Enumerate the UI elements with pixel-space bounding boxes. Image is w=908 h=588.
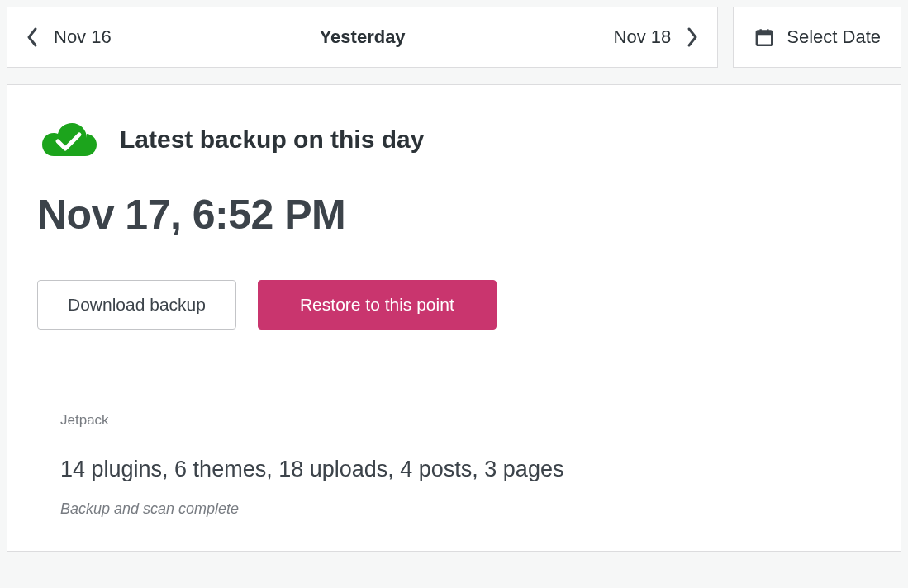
calendar-icon [753, 26, 775, 48]
next-day-label: Nov 18 [614, 26, 672, 48]
prev-day-nav[interactable]: Nov 16 [26, 26, 112, 48]
select-date-button[interactable]: Select Date [733, 7, 901, 68]
cloud-check-icon [37, 118, 98, 161]
backup-source-label: Jetpack [60, 412, 871, 429]
chevron-left-icon [26, 26, 39, 48]
backup-timestamp: Nov 17, 6:52 PM [37, 191, 871, 239]
select-date-label: Select Date [787, 26, 881, 48]
action-row: Download backup Restore to this point [37, 280, 871, 330]
current-day-label: Yesterday [320, 26, 406, 48]
backup-card: Latest backup on this day Nov 17, 6:52 P… [7, 84, 901, 552]
svg-rect-1 [757, 31, 772, 35]
backup-meta: Jetpack 14 plugins, 6 themes, 18 uploads… [37, 412, 871, 518]
date-nav-bar: Nov 16 Yesterday Nov 18 Select Date [7, 7, 901, 68]
prev-day-label: Nov 16 [54, 26, 112, 48]
card-header-title: Latest backup on this day [120, 126, 424, 154]
restore-button[interactable]: Restore to this point [258, 280, 497, 330]
download-backup-button[interactable]: Download backup [37, 280, 236, 330]
next-day-nav[interactable]: Nov 18 [614, 26, 700, 48]
card-header: Latest backup on this day [37, 118, 871, 161]
backup-status: Backup and scan complete [60, 500, 871, 518]
backup-summary: 14 plugins, 6 themes, 18 uploads, 4 post… [60, 457, 871, 482]
date-navigator: Nov 16 Yesterday Nov 18 [7, 7, 718, 68]
chevron-right-icon [686, 26, 699, 48]
